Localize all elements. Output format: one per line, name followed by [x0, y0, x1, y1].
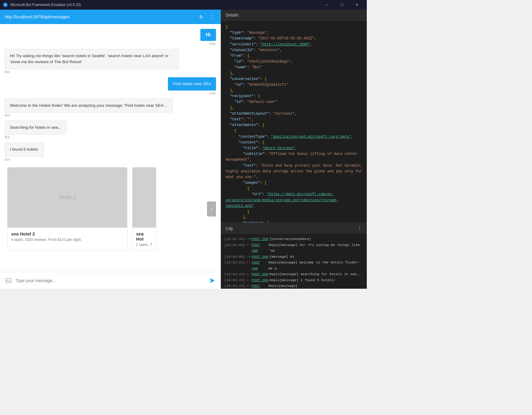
find-sender: User: [209, 91, 216, 95]
window-controls: ─ ☐ ✕: [320, 0, 364, 10]
image-icon: [5, 277, 12, 284]
url-menu-button[interactable]: ⋮: [208, 13, 216, 21]
title-bar: B Microsoft Bot Framework Emulator (v3.5…: [0, 0, 367, 10]
svg-rect-0: [6, 278, 11, 283]
hotel-3-image: [132, 168, 156, 228]
bot-bubble-3: Searching for hotels in sea...: [5, 121, 66, 134]
refresh-button[interactable]: ↻: [197, 13, 205, 21]
url-bar: http://localhost:3979/api/messages ↻ ⋮: [0, 10, 221, 24]
hotel-2-image: Hotel 2: [8, 168, 127, 228]
close-button[interactable]: ✕: [350, 0, 364, 10]
details-content: { "type": "message", "timestamp": "2017-…: [221, 21, 367, 223]
message-bot-4-row: I found 5 hotels: Bot: [5, 143, 216, 161]
log-link[interactable]: POST 200: [252, 277, 268, 283]
log-entry: [16:02:31] -> POST 200 [conversationUpda…: [224, 236, 363, 242]
log-entry: [16:03:00] -> POST 200 [message] Hi: [224, 254, 363, 260]
log-content: [16:02:31] -> POST 200 [conversationUpda…: [221, 234, 367, 289]
attach-button[interactable]: [4, 276, 13, 285]
hi-bubble: Hi: [200, 29, 216, 41]
carousel-track: Hotel 2 sea Hotel 2 4 starts. 2020 revie…: [5, 165, 216, 253]
hotel-2-title: sea Hotel 2: [11, 231, 123, 236]
url-text: http://localhost:3979/api/messages: [5, 14, 197, 19]
log-entry: [16:02:59] <- POST 200 Reply[message] Hi…: [224, 242, 363, 254]
details-title: Details: [226, 13, 239, 17]
message-bot-2-row: Welcome to the Hotels finder! We are ana…: [5, 99, 216, 117]
carousel-next-button[interactable]: ›: [207, 201, 216, 217]
chat-messages: Hi User Hi! Try asking me things like 's…: [0, 24, 221, 272]
bot-bubble-2: Welcome to the Hotels finder! We are ana…: [5, 99, 173, 112]
log-title: Log: [226, 226, 233, 231]
chat-panel: http://localhost:3979/api/messages ↻ ⋮ H…: [0, 10, 221, 289]
log-header: Log ⋮: [221, 223, 367, 234]
log-link[interactable]: POST 200: [252, 242, 267, 254]
bot-1-sender: Bot: [5, 70, 10, 74]
log-entry: [16:03:23] <- POST 200 Reply[message] We…: [224, 260, 363, 271]
bot-3-sender: Bot: [5, 135, 10, 139]
message-input[interactable]: [16, 278, 205, 283]
message-bot-1-row: Hi! Try asking me things like 'search ho…: [5, 49, 216, 74]
message-bot-3-row: Searching for hotels in sea... Bot: [5, 121, 216, 139]
right-panel: Details { "type": "message", "timestamp"…: [221, 10, 367, 289]
hotel-2-body: sea Hotel 2 4 starts. 2020 reviews. From…: [8, 228, 127, 245]
log-link[interactable]: POST 200: [252, 236, 268, 242]
find-bubble: Find hotels near SEA: [168, 77, 216, 91]
log-link[interactable]: POST 200: [252, 283, 267, 289]
hotel-carousel-row: Hotel 2 sea Hotel 2 4 starts. 2020 revie…: [5, 165, 216, 253]
app-icon: B: [3, 2, 8, 7]
main-layout: http://localhost:3979/api/messages ↻ ⋮ H…: [0, 10, 367, 289]
maximize-button[interactable]: ☐: [335, 0, 349, 10]
bot-2-sender: Bot: [5, 113, 10, 117]
url-actions: ↻ ⋮: [197, 13, 216, 21]
log-section: Log ⋮ [16:02:31] -> POST 200 [conversati…: [221, 223, 367, 289]
message-hi-row: Hi User: [5, 29, 216, 45]
hotel-3-desc: 2 starts. T: [136, 243, 152, 247]
send-button[interactable]: [208, 276, 217, 285]
log-menu-button[interactable]: ⋮: [357, 225, 362, 231]
bot-4-sender: Bot: [5, 158, 10, 161]
log-link[interactable]: POST 200: [252, 260, 267, 271]
carousel-wrapper: Hotel 2 sea Hotel 2 4 starts. 2020 revie…: [5, 165, 216, 253]
log-link[interactable]: POST 200: [252, 271, 268, 277]
hotel-card-3: sea Hot 2 starts. T: [132, 167, 156, 251]
log-link[interactable]: POST 200: [252, 254, 268, 260]
app-title: Microsoft Bot Framework Emulator (v3.5.2…: [10, 3, 81, 7]
log-entry: [16:03:23] <- POST 200 Reply[message] ap…: [224, 283, 363, 289]
send-icon: [209, 278, 215, 284]
hotel-card-2: Hotel 2 sea Hotel 2 4 starts. 2020 revie…: [7, 167, 127, 251]
minimize-button[interactable]: ─: [320, 0, 334, 10]
hotel-2-desc: 4 starts. 2020 reviews. From $141 per ni…: [11, 238, 123, 242]
details-section: Details { "type": "message", "timestamp"…: [221, 10, 367, 223]
message-find-row: Find hotels near SEA User: [5, 77, 216, 95]
hotel-3-body: sea Hot 2 starts. T: [132, 228, 156, 251]
chat-input-bar: [0, 272, 221, 289]
log-entry: [16:03:23] <- POST 200 Reply[message] Se…: [224, 271, 363, 277]
details-header: Details: [221, 10, 367, 21]
log-entry: [16:03:23] <- POST 200 Reply[message] I …: [224, 277, 363, 283]
hi-sender: User: [209, 42, 216, 45]
bot-bubble-4: I found 5 hotels:: [5, 143, 44, 156]
hotel-3-title: sea Hot: [136, 231, 152, 241]
bot-bubble-1: Hi! Try asking me things like 'search ho…: [5, 49, 179, 69]
